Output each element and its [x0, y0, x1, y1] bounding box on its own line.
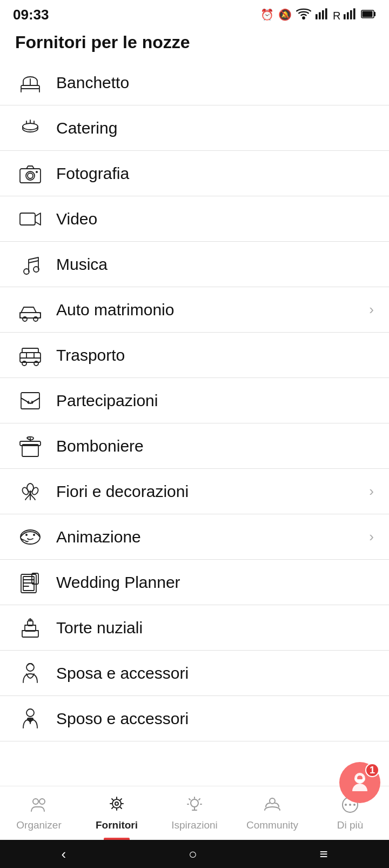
- menu-item-fotografia[interactable]: Fotografia: [0, 151, 389, 196]
- menu-list: Banchetto Catering Fotografia Video Musi…: [0, 60, 389, 741]
- svg-line-70: [120, 799, 122, 800]
- organizer-nav-label: Organizer: [16, 819, 61, 831]
- back-button[interactable]: ‹: [50, 842, 77, 867]
- torte-nuziali-label: Torte nuziali: [56, 619, 374, 637]
- menu-item-trasporto[interactable]: Trasporto: [0, 333, 389, 378]
- bomboniere-icon: [15, 431, 45, 461]
- svg-point-68: [115, 802, 118, 805]
- svg-point-23: [36, 171, 38, 173]
- catering-label: Catering: [56, 119, 374, 137]
- svg-rect-11: [363, 11, 373, 17]
- svg-point-85: [270, 798, 275, 804]
- svg-point-42: [21, 486, 30, 495]
- community-nav-label: Community: [246, 819, 298, 831]
- wedding-planner-icon: [15, 567, 45, 598]
- svg-line-84: [189, 799, 190, 800]
- nav-item-ispirazioni[interactable]: Ispirazioni: [156, 786, 233, 840]
- nav-item-organizer[interactable]: Organizer: [0, 786, 78, 840]
- svg-rect-33: [20, 353, 41, 362]
- fiori-e-decorazioni-icon: [15, 476, 45, 507]
- musica-icon: [15, 249, 45, 280]
- svg-rect-24: [20, 213, 35, 225]
- home-button[interactable]: ○: [178, 842, 208, 867]
- banchetto-icon: [15, 68, 45, 98]
- sposa-e-accessori-icon: [15, 658, 45, 688]
- menu-item-sposo-e-accessori[interactable]: Sposo e accessori: [0, 696, 389, 741]
- video-icon: [15, 204, 45, 234]
- sposa-e-accessori-label: Sposa e accessori: [56, 664, 374, 683]
- signal2-icon: R: [333, 8, 357, 22]
- svg-point-66: [39, 799, 45, 804]
- menu-item-sposa-e-accessori[interactable]: Sposa e accessori: [0, 651, 389, 696]
- community-nav-icon: [263, 795, 282, 817]
- menu-item-video[interactable]: Video: [0, 196, 389, 242]
- chat-badge: 1: [365, 763, 379, 777]
- animazione-chevron: ›: [369, 528, 374, 545]
- fotografia-label: Fotografia: [56, 164, 374, 183]
- musica-label: Musica: [56, 255, 374, 274]
- silent-icon: 🔕: [278, 8, 292, 21]
- svg-point-22: [28, 173, 33, 178]
- nav-item-community[interactable]: Community: [233, 786, 311, 840]
- svg-line-72: [120, 807, 122, 809]
- svg-point-0: [303, 17, 305, 18]
- menu-item-musica[interactable]: Musica: [0, 242, 389, 287]
- svg-rect-52: [32, 573, 38, 584]
- svg-rect-38: [21, 393, 39, 409]
- animazione-label: Animazione: [56, 528, 369, 546]
- menu-item-partecipazioni[interactable]: Partecipazioni: [0, 378, 389, 423]
- torte-nuziali-icon: [15, 613, 45, 643]
- battery-icon: [361, 9, 376, 21]
- svg-point-16: [23, 123, 38, 130]
- catering-icon: [15, 113, 45, 143]
- menu-item-auto-matrimonio[interactable]: Auto matrimonio ›: [0, 287, 389, 333]
- svg-point-45: [25, 534, 28, 536]
- svg-point-88: [349, 804, 351, 806]
- sposo-e-accessori-label: Sposo e accessori: [56, 710, 374, 728]
- wifi-icon: [296, 8, 311, 22]
- partecipazioni-label: Partecipazioni: [56, 392, 374, 410]
- nav-item-fornitori[interactable]: Fornitori: [78, 786, 156, 840]
- fornitori-nav-label: Fornitori: [96, 819, 138, 831]
- svg-point-87: [345, 804, 347, 806]
- partecipazioni-icon: [15, 386, 45, 416]
- menu-item-wedding-planner[interactable]: Wedding Planner: [0, 560, 389, 605]
- svg-line-81: [199, 799, 200, 800]
- wedding-planner-label: Wedding Planner: [56, 573, 374, 592]
- svg-line-27: [29, 261, 38, 263]
- menu-button[interactable]: ≡: [308, 842, 338, 867]
- svg-line-76: [112, 799, 113, 800]
- organizer-nav-icon: [29, 795, 49, 817]
- status-time: 09:33: [13, 6, 49, 23]
- menu-item-bomboniere[interactable]: Bomboniere: [0, 423, 389, 469]
- svg-rect-3: [322, 10, 324, 19]
- menu-item-animazione[interactable]: Animazione ›: [0, 514, 389, 560]
- svg-rect-4: [325, 8, 327, 19]
- auto-matrimonio-label: Auto matrimonio: [56, 301, 369, 319]
- trasporto-icon: [15, 340, 45, 370]
- auto-matrimonio-icon: [15, 295, 45, 325]
- auto-matrimonio-chevron: ›: [369, 301, 374, 318]
- status-icons: ⏰ 🔕 R: [260, 8, 376, 22]
- video-label: Video: [56, 210, 374, 228]
- signal-icon: [316, 8, 328, 22]
- menu-item-banchetto[interactable]: Banchetto: [0, 60, 389, 105]
- alarm-icon: ⏰: [260, 8, 274, 21]
- svg-point-77: [191, 799, 198, 807]
- menu-item-fiori-e-decorazioni[interactable]: Fiori e decorazioni ›: [0, 469, 389, 514]
- svg-rect-2: [319, 12, 321, 19]
- menu-item-catering[interactable]: Catering: [0, 105, 389, 151]
- fornitori-nav-icon: [107, 795, 126, 817]
- fiori-e-decorazioni-label: Fiori e decorazioni: [56, 482, 369, 501]
- svg-point-65: [33, 799, 38, 804]
- svg-rect-6: [347, 12, 349, 19]
- android-nav-bar: ‹ ○ ≡: [0, 840, 389, 868]
- svg-point-46: [33, 534, 35, 536]
- menu-item-torte-nuziali[interactable]: Torte nuziali: [0, 605, 389, 651]
- svg-line-74: [112, 807, 113, 809]
- bomboniere-label: Bomboniere: [56, 437, 374, 455]
- di-piu-nav-label: Di più: [337, 819, 364, 831]
- svg-point-89: [353, 804, 356, 806]
- svg-point-59: [26, 709, 34, 717]
- chat-bubble[interactable]: 1: [339, 762, 380, 803]
